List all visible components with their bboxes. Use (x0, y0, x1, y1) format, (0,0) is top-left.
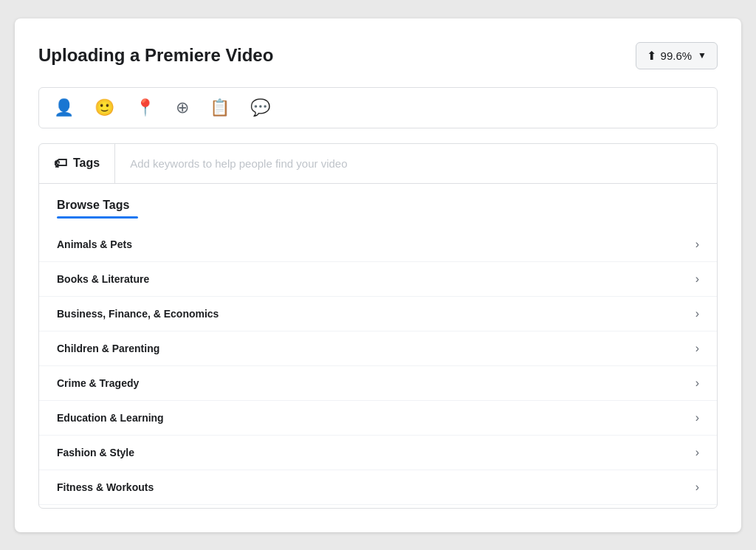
tag-chevron-icon: › (695, 272, 699, 286)
tags-input[interactable] (115, 145, 717, 182)
location-icon[interactable]: 📍 (135, 98, 155, 117)
tag-item-label: Business, Finance, & Economics (57, 308, 219, 320)
tag-chevron-icon: › (695, 307, 699, 320)
tag-item[interactable]: Fitness & Workouts› (39, 470, 717, 505)
tag-item[interactable]: Business, Finance, & Economics› (39, 297, 717, 331)
upload-badge[interactable]: ⬆ 99.6% ▼ (636, 42, 718, 69)
tag-chevron-icon: › (695, 411, 699, 424)
tags-list-wrapper: Animals & Pets›Books & Literature›Busine… (39, 227, 717, 508)
tag-item-label: Education & Learning (57, 412, 164, 424)
browse-tags-title: Browse Tags (39, 184, 717, 212)
browse-tags-underline (57, 216, 138, 219)
tag-item-label: Children & Parenting (57, 343, 159, 354)
tag-chevron-icon: › (695, 377, 699, 390)
target-icon[interactable]: ⊕ (176, 98, 189, 117)
tags-icon: 🏷 (54, 156, 67, 171)
copy-icon[interactable]: 📋 (210, 98, 230, 117)
tag-chevron-icon: › (695, 238, 699, 251)
page-title: Uploading a Premiere Video (38, 45, 273, 66)
tag-chevron-icon: › (695, 481, 699, 494)
browse-tags-section: Browse Tags Animals & Pets›Books & Liter… (39, 184, 717, 508)
tag-item[interactable]: Education & Learning› (39, 401, 717, 436)
main-card: Uploading a Premiere Video ⬆ 99.6% ▼ 👤 🙂… (15, 18, 741, 532)
tag-chevron-icon: › (695, 446, 699, 459)
tag-item[interactable]: Fashion & Style› (39, 436, 717, 470)
upload-percent: 99.6% (661, 49, 693, 62)
chevron-down-icon: ▼ (698, 50, 707, 61)
tag-item-label: Animals & Pets (57, 238, 132, 250)
person-icon[interactable]: 👤 (54, 98, 74, 117)
tag-chevron-icon: › (695, 342, 699, 355)
tags-label-text: Tags (73, 157, 100, 170)
tag-item[interactable]: Animals & Pets› (39, 227, 717, 262)
tag-item[interactable]: Children & Parenting› (39, 331, 717, 366)
tag-item[interactable]: Food & Drink› (39, 505, 717, 508)
tags-panel: 🏷 Tags Browse Tags Animals & Pets›Books … (38, 143, 718, 509)
tags-input-row: 🏷 Tags (39, 144, 717, 184)
toolbar: 👤 🙂 📍 ⊕ 📋 💬 (38, 87, 718, 128)
tag-item-label: Fashion & Style (57, 447, 134, 458)
tag-item-label: Books & Literature (57, 273, 149, 285)
tag-item[interactable]: Crime & Tragedy› (39, 366, 717, 401)
tag-item[interactable]: Books & Literature› (39, 262, 717, 297)
tags-list: Animals & Pets›Books & Literature›Busine… (39, 227, 717, 508)
emoji-icon[interactable]: 🙂 (94, 98, 114, 117)
upload-icon: ⬆ (647, 49, 656, 63)
tags-label: 🏷 Tags (39, 144, 115, 183)
tag-item-label: Crime & Tragedy (57, 377, 139, 389)
header-row: Uploading a Premiere Video ⬆ 99.6% ▼ (38, 42, 718, 69)
messenger-icon[interactable]: 💬 (250, 98, 270, 117)
tag-item-label: Fitness & Workouts (57, 481, 154, 493)
